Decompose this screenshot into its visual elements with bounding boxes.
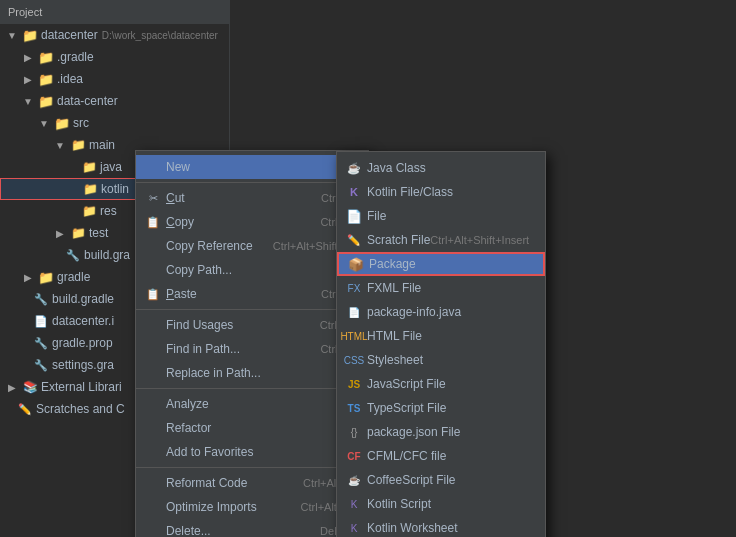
tree-item-datacenter[interactable]: ▼ 📁 datacenter D:\work_space\datacenter [0, 24, 229, 46]
menu-label-replace-in-path: Replace in Path... [166, 366, 352, 380]
submenu-item-package[interactable]: 📦 Package [337, 252, 545, 276]
menu-separator-3 [136, 388, 368, 389]
tree-item-label: settings.gra [52, 358, 114, 372]
submenu-item-cfml[interactable]: CF CFML/CFC file [337, 444, 545, 468]
copy-path-icon [144, 262, 162, 278]
menu-item-copy-reference[interactable]: Copy Reference Ctrl+Alt+Shift+C [136, 234, 368, 258]
submenu-label: Scratch File [367, 233, 430, 247]
submenu-new: ☕ Java Class K Kotlin File/Class 📄 File … [336, 151, 546, 537]
submenu-label: HTML File [367, 329, 529, 343]
kotlin-script-icon: K [345, 496, 363, 512]
expand-spacer [69, 181, 79, 197]
menu-item-new[interactable]: New ▶ ☕ Java Class K Kotlin File/Class 📄… [136, 155, 368, 179]
tree-item-label: res [100, 204, 117, 218]
submenu-item-stylesheet[interactable]: CSS Stylesheet [337, 348, 545, 372]
menu-item-cut[interactable]: ✂ Cut Ctrl+X [136, 186, 368, 210]
folder-icon: 📁 [81, 159, 97, 175]
submenu-label: TypeScript File [367, 401, 529, 415]
js-icon: JS [345, 376, 363, 392]
menu-label-optimize-imports: Optimize Imports [166, 500, 281, 514]
tree-item-label: gradle [57, 270, 90, 284]
submenu-label: JavaScript File [367, 377, 529, 391]
submenu-label: CoffeeScript File [367, 473, 529, 487]
menu-item-copy-path[interactable]: Copy Path... [136, 258, 368, 282]
folder-icon: 📁 [82, 181, 98, 197]
expand-spacer [4, 401, 14, 417]
submenu-item-kotlin-file[interactable]: K Kotlin File/Class [337, 180, 545, 204]
expand-spacer [20, 335, 30, 351]
kotlin-file-icon: K [345, 184, 363, 200]
menu-item-reformat-code[interactable]: Reformat Code Ctrl+Alt+L [136, 471, 368, 495]
expand-spacer [20, 357, 30, 373]
menu-item-paste[interactable]: 📋 Paste Ctrl+V [136, 282, 368, 306]
tree-item-label: src [73, 116, 89, 130]
submenu-item-scratch-file[interactable]: ✏️ Scratch File Ctrl+Alt+Shift+Insert [337, 228, 545, 252]
menu-label-copy-path: Copy Path... [166, 263, 352, 277]
submenu-label: Kotlin Worksheet [367, 521, 529, 535]
expand-icon: ▼ [20, 93, 36, 109]
kotlin-worksheet-icon: K [345, 520, 363, 536]
project-title: Project [8, 6, 42, 18]
expand-icon: ▶ [20, 269, 36, 285]
submenu-item-kotlin-worksheet[interactable]: K Kotlin Worksheet [337, 516, 545, 537]
submenu-item-java-class[interactable]: ☕ Java Class [337, 156, 545, 180]
find-in-path-icon [144, 341, 162, 357]
submenu-item-json[interactable]: {} package.json File [337, 420, 545, 444]
submenu-item-js[interactable]: JS JavaScript File [337, 372, 545, 396]
submenu-label: Package [369, 257, 527, 271]
file-icon: 📄 [33, 313, 49, 329]
menu-item-delete[interactable]: Delete... Delete [136, 519, 368, 537]
file-icon: 🔧 [65, 247, 81, 263]
submenu-item-html[interactable]: HTML HTML File [337, 324, 545, 348]
menu-item-optimize-imports[interactable]: Optimize Imports Ctrl+Alt+O [136, 495, 368, 519]
submenu-item-coffeescript[interactable]: ☕ CoffeeScript File [337, 468, 545, 492]
menu-label-delete: Delete... [166, 524, 300, 537]
submenu-item-fxml[interactable]: FX FXML File [337, 276, 545, 300]
folder-icon: 📁 [38, 93, 54, 109]
expand-spacer [68, 159, 78, 175]
tree-item-label: test [89, 226, 108, 240]
menu-item-replace-in-path[interactable]: Replace in Path... [136, 361, 368, 385]
menu-label-find-in-path: Find in Path... [166, 342, 300, 356]
tree-item-path: D:\work_space\datacenter [102, 30, 218, 41]
menu-label-add-to-favorites: Add to Favorites [166, 445, 344, 459]
tree-item-label: kotlin [101, 182, 129, 196]
file-icon: 🔧 [33, 291, 49, 307]
folder-icon: 📚 [22, 379, 38, 395]
submenu-label: package.json File [367, 425, 529, 439]
tree-header: Project [0, 0, 229, 24]
tree-item-src[interactable]: ▼ 📁 src [0, 112, 229, 134]
submenu-label: Kotlin File/Class [367, 185, 529, 199]
menu-item-analyze[interactable]: Analyze ▶ [136, 392, 368, 416]
copy-icon: 📋 [144, 214, 162, 230]
menu-separator [136, 182, 368, 183]
menu-item-refactor[interactable]: Refactor ▶ [136, 416, 368, 440]
copy-ref-icon [144, 238, 162, 254]
tree-item-label: datacenter.i [52, 314, 114, 328]
tree-item-gradle[interactable]: ▶ 📁 .gradle [0, 46, 229, 68]
expand-icon: ▶ [20, 49, 36, 65]
submenu-item-pkg-info[interactable]: 📄 package-info.java [337, 300, 545, 324]
tree-item-label: main [89, 138, 115, 152]
menu-label-reformat-code: Reformat Code [166, 476, 283, 490]
menu-label-paste: Paste [166, 287, 301, 301]
submenu-item-ts[interactable]: TS TypeScript File [337, 396, 545, 420]
submenu-item-kotlin-script[interactable]: K Kotlin Script [337, 492, 545, 516]
file-icon: 🔧 [33, 335, 49, 351]
submenu-item-file[interactable]: 📄 File [337, 204, 545, 228]
expand-icon: ▶ [52, 225, 68, 241]
favorites-icon [144, 444, 162, 460]
menu-item-find-usages[interactable]: Find Usages Ctrl+G [136, 313, 368, 337]
tree-item-label: .idea [57, 72, 83, 86]
tree-item-idea[interactable]: ▶ 📁 .idea [0, 68, 229, 90]
tree-item-label: gradle.prop [52, 336, 113, 350]
menu-item-find-in-path[interactable]: Find in Path... Ctrl+H [136, 337, 368, 361]
menu-item-copy[interactable]: 📋 Copy Ctrl+C [136, 210, 368, 234]
tree-item-data-center[interactable]: ▼ 📁 data-center [0, 90, 229, 112]
submenu-label: Stylesheet [367, 353, 529, 367]
menu-item-add-to-favorites[interactable]: Add to Favorites ▶ [136, 440, 368, 464]
file-icon: 📄 [345, 208, 363, 224]
tree-item-label: build.gra [84, 248, 130, 262]
scratch-file-icon: ✏️ [345, 232, 363, 248]
coffeescript-icon: ☕ [345, 472, 363, 488]
